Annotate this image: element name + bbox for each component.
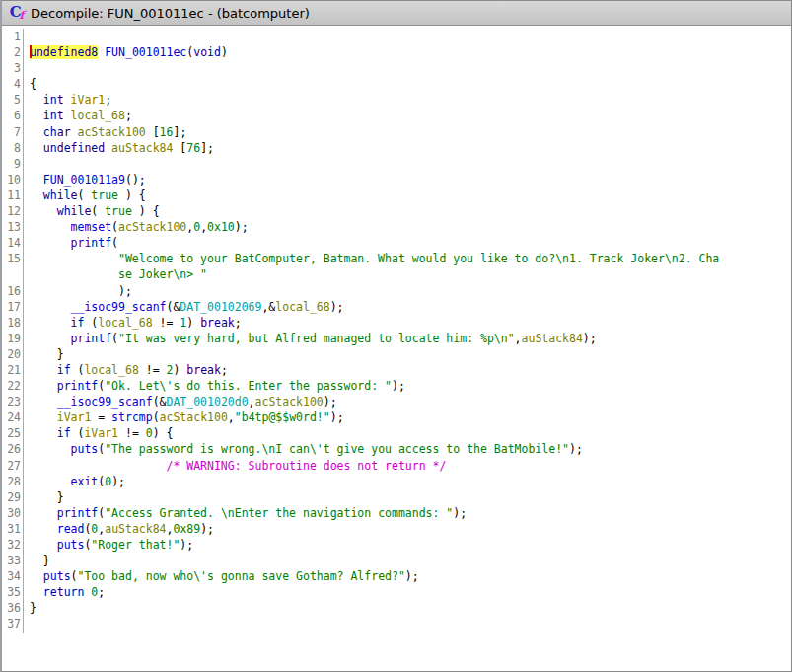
code-token-plain[interactable]: }: [30, 347, 64, 361]
code-token-plain[interactable]: ): [186, 316, 200, 330]
code-token-plain[interactable]: !=: [153, 316, 180, 330]
code-token-function-name[interactable]: printf: [57, 379, 99, 393]
code-token-plain[interactable]: ;: [105, 93, 111, 107]
code-line[interactable]: 13 memset(acStack100,0,0x10);: [2, 219, 791, 235]
code-token-plain[interactable]: [30, 220, 71, 234]
code-line[interactable]: 29 }: [2, 489, 791, 505]
code-token-constant[interactable]: 0x10: [207, 220, 235, 234]
code-line[interactable]: 36}: [2, 600, 791, 616]
code-token-plain[interactable]: ;: [221, 363, 228, 377]
code-line[interactable]: 33 }: [2, 553, 791, 568]
code-line[interactable]: 4{: [2, 76, 791, 92]
code-token-plain[interactable]: );: [235, 220, 249, 234]
code-token-constant[interactable]: true: [91, 188, 118, 202]
code-token-string-literal[interactable]: "Roger that!": [91, 538, 180, 552]
code-token-plain[interactable]: );: [330, 300, 344, 314]
code-token-plain[interactable]: {: [30, 77, 36, 91]
code-token-function-name[interactable]: printf: [71, 236, 112, 250]
code-token-plain[interactable]: );: [405, 569, 419, 583]
code-token-plain[interactable]: (: [91, 204, 105, 218]
code-token-string-literal[interactable]: "Access Granted. \nEnter the navigation …: [105, 506, 453, 520]
code-token-variable[interactable]: acStack100: [78, 125, 146, 139]
code-token-function-name[interactable]: puts: [57, 538, 85, 552]
code-token-plain[interactable]: ,: [249, 395, 255, 409]
code-line[interactable]: 8 undefined auStack84 [76];: [2, 140, 791, 156]
code-token-plain[interactable]: }: [30, 554, 50, 567]
code-line[interactable]: 30 printf("Access Granted. \nEnter the n…: [2, 505, 791, 521]
code-token-plain[interactable]: );: [583, 332, 597, 345]
code-token-plain[interactable]: [71, 125, 78, 139]
code-token-plain[interactable]: [30, 204, 57, 218]
code-token-plain[interactable]: !=: [139, 363, 167, 377]
code-token-global-symbol[interactable]: DAT_001020d0: [167, 395, 249, 409]
code-token-keyword[interactable]: void: [193, 45, 221, 59]
code-token-keyword[interactable]: while: [43, 188, 78, 202]
code-token-plain[interactable]: [30, 569, 43, 583]
code-line[interactable]: 28 exit(0);: [2, 474, 791, 489]
code-token-plain[interactable]: [30, 475, 71, 488]
code-token-variable[interactable]: iVar1: [71, 93, 106, 107]
code-token-plain[interactable]: (: [77, 188, 91, 202]
code-token-string-literal[interactable]: "It was very hard, but Alfred managed to…: [118, 332, 515, 345]
code-token-plain[interactable]: ();: [125, 173, 146, 187]
code-token-plain[interactable]: [30, 316, 71, 330]
code-token-plain[interactable]: [30, 538, 57, 552]
code-line[interactable]: 21 if (local_68 != 2) break;: [2, 362, 791, 378]
code-token-plain[interactable]: [30, 395, 57, 409]
code-line[interactable]: 24 iVar1 = strcmp(acStack100,"b4tp@$$w0r…: [2, 410, 791, 425]
code-token-plain[interactable]: );: [569, 442, 583, 456]
code-token-plain[interactable]: [30, 506, 57, 520]
code-token-function-name[interactable]: memset: [71, 220, 112, 234]
code-token-keyword[interactable]: return: [43, 585, 85, 599]
code-token-plain[interactable]: );: [324, 395, 337, 409]
code-line[interactable]: 17 __isoc99_scanf(&DAT_00102069,&local_6…: [2, 299, 791, 315]
code-token-plain[interactable]: [30, 522, 57, 536]
code-token-function-name[interactable]: FUN_001011ec: [105, 45, 186, 59]
code-token-string-literal[interactable]: "Too bad, now who\'s gonna save Gotham? …: [78, 569, 405, 583]
code-token-constant[interactable]: 16: [160, 125, 174, 139]
code-token-variable[interactable]: auStack84: [105, 522, 166, 536]
code-token-variable[interactable]: iVar1: [57, 411, 92, 424]
code-token-keyword[interactable]: int: [43, 109, 64, 122]
code-line[interactable]: 5 int iVar1;: [2, 92, 791, 108]
code-line[interactable]: 23 __isoc99_scanf(&DAT_001020d0,acStack1…: [2, 394, 791, 410]
code-token-plain[interactable]: ,: [515, 332, 522, 345]
code-line[interactable]: 12 while( true ) {: [2, 203, 791, 219]
code-token-plain[interactable]: [30, 332, 71, 345]
code-token-variable[interactable]: auStack84: [111, 141, 173, 155]
code-token-plain[interactable]: ) {: [153, 426, 174, 440]
code-token-keyword[interactable]: if: [71, 316, 85, 330]
code-token-keyword[interactable]: break: [200, 316, 235, 330]
code-line[interactable]: 18 if (local_68 != 1) break;: [2, 315, 791, 331]
code-token-plain[interactable]: [64, 109, 71, 122]
code-line[interactable]: se Joker\n> ": [2, 266, 791, 282]
code-token-plain[interactable]: }: [30, 601, 36, 615]
code-token-variable[interactable]: iVar1: [84, 426, 118, 440]
code-token-plain[interactable]: [30, 426, 57, 440]
code-token-plain[interactable]: );: [180, 538, 193, 552]
code-token-plain[interactable]: =: [91, 411, 111, 424]
code-token-constant[interactable]: 0: [146, 426, 153, 440]
code-token-variable[interactable]: acStack100: [118, 220, 186, 234]
code-token-string-literal[interactable]: "The password is wrong.\nI can\'t give y…: [105, 442, 569, 456]
code-token-plain[interactable]: );: [453, 506, 467, 520]
code-token-plain[interactable]: ;: [98, 585, 105, 599]
code-line[interactable]: 31 read(0,auStack84,0x89);: [2, 521, 791, 537]
code-token-variable[interactable]: local_68: [275, 300, 329, 314]
decompiler-code-panel[interactable]: 12undefined8 FUN_001011ec(void)34{5 int …: [2, 26, 791, 633]
code-token-variable[interactable]: acStack100: [160, 411, 228, 424]
code-token-string-literal[interactable]: se Joker\n> ": [118, 267, 207, 281]
code-token-function-name[interactable]: puts: [71, 442, 99, 456]
code-line[interactable]: 34 puts("Too bad, now who\'s gonna save …: [2, 568, 791, 584]
code-token-function-name[interactable]: printf: [57, 506, 99, 520]
code-line[interactable]: 7 char acStack100 [16];: [2, 124, 791, 140]
code-token-plain[interactable]: [30, 109, 43, 122]
code-line[interactable]: 27 /* WARNING: Subroutine does not retur…: [2, 458, 791, 474]
code-token-plain[interactable]: [30, 125, 43, 139]
code-line[interactable]: 1: [2, 29, 791, 44]
code-token-plain[interactable]: ];: [173, 125, 186, 139]
code-token-plain[interactable]: ): [221, 45, 228, 59]
code-line[interactable]: 15 "Welcome to your BatComputer, Batman.…: [2, 251, 791, 266]
code-token-keyword[interactable]: undefined: [43, 141, 105, 155]
code-line[interactable]: 26 puts("The password is wrong.\nI can\'…: [2, 441, 791, 457]
